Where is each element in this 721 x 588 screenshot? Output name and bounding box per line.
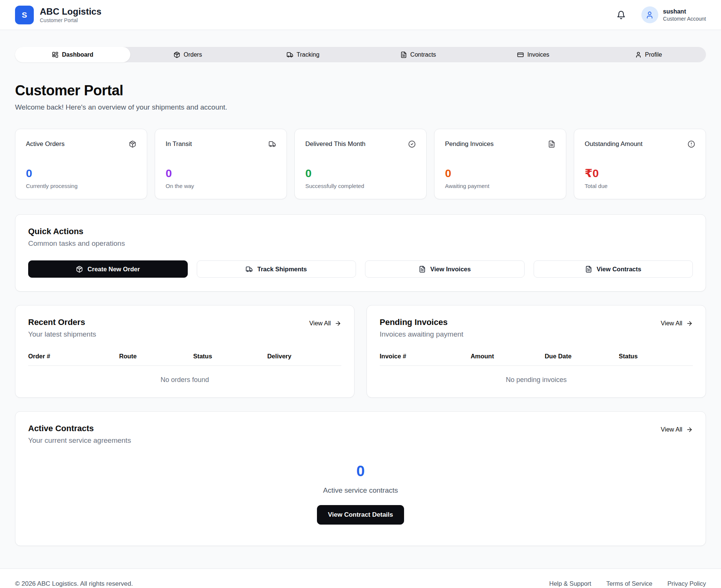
tab-label: Dashboard xyxy=(62,51,94,58)
package-icon xyxy=(76,266,83,273)
stat-title: In Transit xyxy=(166,140,192,148)
tab-profile[interactable]: Profile xyxy=(591,47,706,62)
stat-card-in-transit: In Transit 0 On the way xyxy=(155,129,287,199)
view-invoices-button[interactable]: View Invoices xyxy=(365,260,525,278)
layout-dashboard-icon xyxy=(52,51,59,58)
stat-caption: Currently processing xyxy=(26,183,136,189)
track-shipments-button[interactable]: Track Shipments xyxy=(197,260,356,278)
page-head: Customer Portal Welcome back! Here's an … xyxy=(15,83,706,111)
file-text-icon xyxy=(548,140,555,148)
stat-value: 0 xyxy=(445,168,555,179)
tab-dashboard[interactable]: Dashboard xyxy=(15,47,130,62)
stat-caption: On the way xyxy=(166,183,276,189)
button-label: View Contracts xyxy=(597,266,641,273)
stat-title: Pending Invoices xyxy=(445,140,493,148)
truck-icon xyxy=(287,51,293,58)
table-header-row: Order # Route Status Delivery xyxy=(28,353,341,366)
quick-actions-title: Quick Actions xyxy=(28,227,693,236)
pending-invoices-table: Invoice # Amount Due Date Status No pend… xyxy=(380,353,693,386)
stat-card-delivered: Delivered This Month 0 Successfully comp… xyxy=(294,129,427,199)
tab-label: Tracking xyxy=(297,51,320,58)
page-title: Customer Portal xyxy=(15,83,706,99)
active-contracts-title: Active Contracts xyxy=(28,424,131,433)
tab-invoices[interactable]: Invoices xyxy=(476,47,591,62)
tab-label: Orders xyxy=(184,51,202,58)
stat-card-active-orders: Active Orders 0 Currently processing xyxy=(15,129,147,199)
package-icon xyxy=(173,51,180,58)
app-subtitle: Customer Portal xyxy=(40,17,101,23)
user-role: Customer Account xyxy=(663,16,706,22)
nav-tabbar: Dashboard Orders Tracking Contracts Invo… xyxy=(15,47,706,62)
notifications-button[interactable] xyxy=(615,9,627,21)
brand: S ABC Logistics Customer Portal xyxy=(15,6,101,24)
brand-text: ABC Logistics Customer Portal xyxy=(40,6,101,24)
tab-orders[interactable]: Orders xyxy=(130,47,246,62)
view-contract-details-button[interactable]: View Contract Details xyxy=(317,505,404,525)
stat-title: Active Orders xyxy=(26,140,65,148)
recent-orders-head: Recent Orders Your latest shipments xyxy=(28,317,96,338)
tab-label: Contracts xyxy=(410,51,436,58)
file-text-icon xyxy=(400,51,407,58)
stat-caption: Awaiting payment xyxy=(445,183,555,189)
check-circle-icon xyxy=(408,140,416,148)
column-header: Invoice # xyxy=(380,353,471,360)
footer-links: Help & Support Terms of Service Privacy … xyxy=(549,580,706,587)
pending-invoices-title: Pending Invoices xyxy=(380,317,463,327)
copyright-text: © 2026 ABC Logistics. All rights reserve… xyxy=(15,580,133,588)
pending-invoices-view-all[interactable]: View All xyxy=(661,317,693,329)
button-label: Track Shipments xyxy=(257,266,307,273)
button-label: Create New Order xyxy=(87,266,140,273)
page-subtitle: Welcome back! Here's an overview of your… xyxy=(15,103,706,111)
view-all-label: View All xyxy=(661,426,682,433)
active-contracts-view-all[interactable]: View All xyxy=(661,424,693,435)
avatar xyxy=(641,6,658,23)
app-footer: © 2026 ABC Logistics. All rights reserve… xyxy=(0,568,721,588)
app-header: S ABC Logistics Customer Portal sushant … xyxy=(0,0,721,30)
contracts-caption: Active service contracts xyxy=(28,486,693,495)
contracts-count: 0 xyxy=(28,463,693,480)
column-header: Delivery xyxy=(267,353,341,360)
quick-actions-card: Quick Actions Common tasks and operation… xyxy=(15,214,706,292)
tab-label: Profile xyxy=(645,51,662,58)
header-right: sushant Customer Account xyxy=(615,6,706,23)
help-support-link[interactable]: Help & Support xyxy=(549,580,591,587)
tab-tracking[interactable]: Tracking xyxy=(245,47,360,62)
stats-row: Active Orders 0 Currently processing In … xyxy=(15,129,706,199)
stat-value: ₹0 xyxy=(585,168,695,179)
create-new-order-button[interactable]: Create New Order xyxy=(28,260,188,278)
alert-circle-icon xyxy=(688,140,695,148)
column-header: Order # xyxy=(28,353,119,360)
recent-orders-subtitle: Your latest shipments xyxy=(28,330,96,338)
arrow-right-icon xyxy=(686,320,693,327)
stat-title: Delivered This Month xyxy=(305,140,365,148)
recent-orders-table: Order # Route Status Delivery No orders … xyxy=(28,353,341,386)
stat-value: 0 xyxy=(305,168,416,179)
view-contracts-button[interactable]: View Contracts xyxy=(534,260,693,278)
privacy-policy-link[interactable]: Privacy Policy xyxy=(667,580,706,587)
arrow-right-icon xyxy=(335,320,341,327)
column-header: Status xyxy=(193,353,267,360)
app-name: ABC Logistics xyxy=(40,6,101,17)
stat-title: Outstanding Amount xyxy=(585,140,643,148)
tab-contracts[interactable]: Contracts xyxy=(360,47,476,62)
terms-of-service-link[interactable]: Terms of Service xyxy=(606,580,652,587)
active-contracts-card: Active Contracts Your current service ag… xyxy=(15,411,706,546)
active-contracts-head: Active Contracts Your current service ag… xyxy=(28,424,131,445)
pending-invoices-head: Pending Invoices Invoices awaiting payme… xyxy=(380,317,463,338)
user-name: sushant xyxy=(663,8,706,15)
pending-invoices-subtitle: Invoices awaiting payment xyxy=(380,330,463,338)
active-contracts-subtitle: Your current service agreements xyxy=(28,436,131,445)
column-header: Route xyxy=(119,353,193,360)
recent-orders-card: Recent Orders Your latest shipments View… xyxy=(15,305,354,398)
quick-actions-subtitle: Common tasks and operations xyxy=(28,239,693,248)
main-content: Dashboard Orders Tracking Contracts Invo… xyxy=(0,30,721,546)
arrow-right-icon xyxy=(686,426,693,433)
stat-value: 0 xyxy=(166,168,276,179)
file-text-icon xyxy=(419,266,426,273)
bell-icon xyxy=(617,11,626,20)
user-menu[interactable]: sushant Customer Account xyxy=(641,6,706,23)
table-header-row: Invoice # Amount Due Date Status xyxy=(380,353,693,366)
recent-orders-view-all[interactable]: View All xyxy=(309,317,341,329)
button-label: View Invoices xyxy=(430,266,471,273)
brand-logo: S xyxy=(15,6,34,24)
